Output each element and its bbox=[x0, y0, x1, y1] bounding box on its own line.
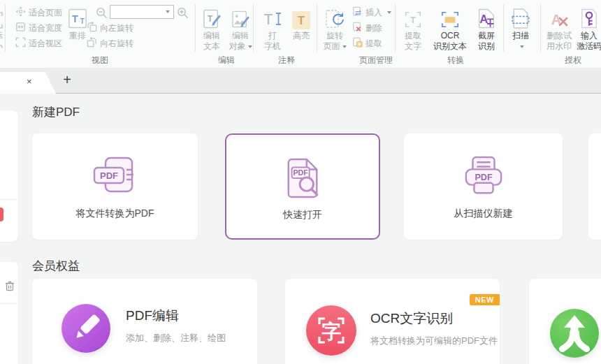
recent-file-card-partial[interactable] bbox=[0, 110, 18, 242]
card-pdf-edit[interactable]: PDF编辑 添加、删除、注释、绘图 bbox=[32, 279, 257, 364]
new-tab-button[interactable]: + bbox=[59, 70, 75, 89]
scan-caret-row bbox=[518, 41, 524, 52]
svg-text:T: T bbox=[410, 15, 416, 25]
group-divider bbox=[503, 4, 504, 52]
new-badge: NEW bbox=[470, 294, 500, 305]
svg-text:PDF: PDF bbox=[293, 168, 308, 177]
fit-page-button[interactable]: 适合页面 bbox=[15, 6, 62, 19]
edit-text-label-2: 文本 bbox=[203, 41, 220, 52]
svg-text:PDF: PDF bbox=[475, 173, 492, 182]
rotate-pages-label-2: 页面 bbox=[324, 41, 347, 52]
edit-text-label-1: 编辑 bbox=[203, 31, 220, 41]
remove-watermark-button[interactable]: A 删除试 用水印 bbox=[543, 3, 575, 52]
rotate-pages-button[interactable]: 旋转 页面 bbox=[320, 3, 349, 52]
group-divider bbox=[540, 4, 541, 52]
zoom-out-icon[interactable] bbox=[96, 7, 108, 22]
group-divider bbox=[395, 4, 396, 52]
svg-text:A: A bbox=[479, 13, 488, 26]
activation-code-button[interactable]: 输入 激活码 bbox=[575, 3, 601, 52]
actual-size-icon bbox=[0, 3, 3, 31]
dropdown-caret-icon bbox=[248, 45, 252, 48]
card-ocr-recognition[interactable]: NEW 字 OCR文字识别 将文档转换为可编辑的PDF文件 bbox=[285, 279, 500, 364]
upgrade-arrow-icon bbox=[550, 309, 599, 358]
trash-icon[interactable] bbox=[4, 280, 15, 295]
scan-label: 扫描 bbox=[512, 31, 529, 41]
rotate-right-icon bbox=[87, 37, 97, 50]
extract-text-icon: T bbox=[403, 3, 423, 31]
extract-text-label-1: 提取 bbox=[405, 31, 421, 41]
remove-watermark-label-2: 用水印 bbox=[546, 41, 572, 52]
group-divider bbox=[253, 4, 254, 52]
ocr-recognize-button[interactable]: OCR 识别文本 bbox=[430, 3, 470, 52]
ribbon-toolbar: 实际 大小 适合页面 适合宽度 适合视区 T T 重排 bbox=[0, 0, 601, 68]
highlight-icon: T bbox=[292, 3, 310, 31]
fit-width-label: 适合宽度 bbox=[29, 22, 62, 34]
reflow-label: 重排 bbox=[69, 31, 86, 41]
fit-width-icon bbox=[15, 22, 26, 34]
card-from-scanner[interactable]: PDF 从扫描仪新建 bbox=[404, 133, 563, 240]
svg-text:T: T bbox=[80, 17, 85, 25]
highlight-button[interactable]: T 高亮 bbox=[288, 3, 314, 41]
edit-object-button[interactable]: 编辑 对象 bbox=[226, 3, 254, 52]
scan-icon bbox=[511, 3, 530, 31]
scan-button[interactable]: 扫描 bbox=[506, 3, 535, 52]
typewriter-label-1: 打 bbox=[268, 31, 277, 41]
fit-page-label: 适合页面 bbox=[29, 7, 62, 19]
fit-visible-button[interactable]: 适合视区 bbox=[15, 37, 62, 50]
capture-recognize-icon: A bbox=[477, 3, 496, 31]
delete-page-button[interactable]: 删除 bbox=[352, 22, 382, 34]
group-label-edit: 编辑 bbox=[205, 55, 247, 65]
card-convert-to-pdf[interactable]: PDF 将文件转换为PDF bbox=[32, 133, 198, 240]
dropdown-caret-icon bbox=[342, 45, 347, 48]
activation-code-label-2: 激活码 bbox=[577, 41, 601, 52]
svg-text:PDF: PDF bbox=[100, 170, 118, 181]
convert-to-pdf-icon: PDF bbox=[32, 156, 198, 196]
actual-size-label-1: 实际 bbox=[0, 31, 3, 41]
recent-file-card-partial[interactable] bbox=[0, 262, 18, 364]
card-partial[interactable] bbox=[588, 133, 601, 240]
fit-width-button[interactable]: 适合宽度 bbox=[15, 22, 62, 34]
svg-text:T: T bbox=[263, 10, 273, 28]
group-divider bbox=[317, 4, 317, 52]
capture-recognize-label-2: 识别 bbox=[478, 41, 495, 52]
rotate-left-button[interactable]: 向左旋转 bbox=[87, 22, 133, 34]
edit-object-label-2: 对象 bbox=[229, 41, 252, 52]
group-divider bbox=[195, 4, 196, 52]
insert-page-button[interactable]: 插入 bbox=[352, 6, 391, 19]
svg-text:T: T bbox=[72, 13, 78, 24]
edit-text-button[interactable]: T 编辑 文本 bbox=[198, 3, 225, 52]
ocr-recognize-label-2: 识别文本 bbox=[433, 41, 467, 52]
ocr-zi-icon: 字 bbox=[306, 305, 356, 356]
card-label: 快速打开 bbox=[226, 209, 379, 221]
zoom-in-icon[interactable] bbox=[177, 7, 189, 22]
card-partial-membership[interactable] bbox=[529, 279, 601, 364]
extract-text-label-2: 文字 bbox=[405, 41, 421, 52]
tab-close-icon[interactable]: × bbox=[27, 76, 32, 87]
capture-recognize-label-1: 截屏 bbox=[478, 31, 495, 41]
reflow-icon: T T bbox=[68, 3, 87, 31]
rotate-right-button[interactable]: 向右旋转 bbox=[87, 37, 133, 50]
extract-text-button[interactable]: T 提取 文字 bbox=[398, 3, 428, 52]
fit-visible-icon bbox=[15, 37, 26, 50]
remove-watermark-label-1: 删除试 bbox=[546, 31, 572, 41]
from-scanner-icon: PDF bbox=[404, 156, 563, 198]
highlight-label: 高亮 bbox=[293, 31, 310, 41]
group-label-view: 视图 bbox=[59, 55, 140, 65]
actual-size-button[interactable]: 实际 大小 bbox=[0, 3, 8, 52]
typewriter-icon: T bbox=[262, 3, 283, 31]
dropdown-caret-icon bbox=[387, 11, 391, 14]
extract-page-icon bbox=[352, 37, 363, 50]
typewriter-button[interactable]: T 打 字机 bbox=[259, 3, 287, 52]
insert-page-icon bbox=[352, 6, 363, 19]
card-quick-open[interactable]: PDF 快速打开 bbox=[225, 133, 380, 240]
capture-recognize-button[interactable]: A 截屏 识别 bbox=[472, 3, 500, 52]
zoom-level-combobox[interactable] bbox=[110, 5, 174, 19]
remove-watermark-icon: A bbox=[549, 3, 570, 31]
extract-page-button[interactable]: 提取 bbox=[352, 37, 382, 50]
pdf-file-type-icon bbox=[0, 208, 3, 221]
member-card-title: OCR文字识别 bbox=[370, 310, 453, 328]
rotate-left-icon bbox=[87, 22, 97, 34]
member-card-subtitle: 添加、删除、注释、绘图 bbox=[126, 332, 226, 344]
group-divider bbox=[5, 4, 6, 52]
fit-visible-label: 适合视区 bbox=[29, 38, 62, 50]
